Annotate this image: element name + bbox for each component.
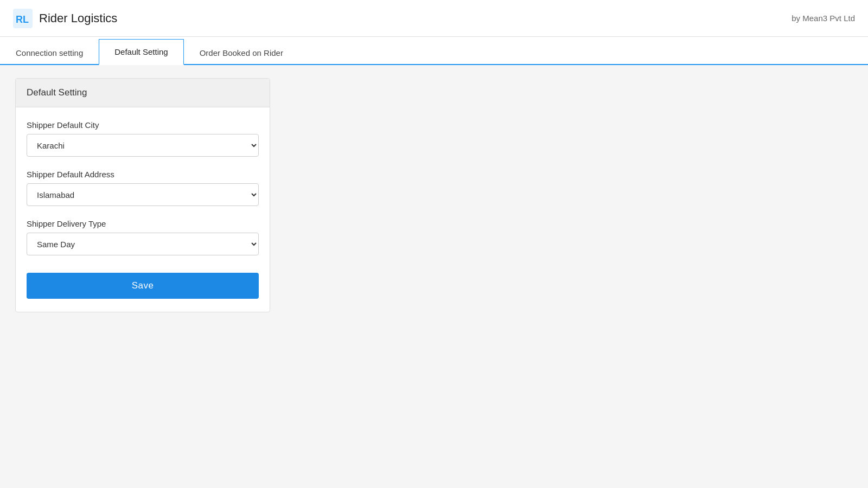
shipper-address-select[interactable]: Islamabad Karachi Lahore Rawalpindi Fais…: [27, 183, 259, 206]
tab-order-booked-on-rider[interactable]: Order Booked on Rider: [184, 40, 299, 65]
main-content: Default Setting Shipper Default City Kar…: [0, 65, 868, 488]
shipper-address-label: Shipper Default Address: [27, 170, 259, 179]
shipper-delivery-type-group: Shipper Delivery Type Same Day Next Day …: [27, 219, 259, 255]
card-header: Default Setting: [16, 79, 270, 107]
shipper-delivery-type-label: Shipper Delivery Type: [27, 219, 259, 228]
shipper-delivery-type-select[interactable]: Same Day Next Day Two Day Economy: [27, 233, 259, 255]
app-logo-icon: RL: [13, 9, 33, 28]
header-left: RL Rider Logistics: [13, 9, 117, 28]
tab-connection-setting[interactable]: Connection setting: [0, 40, 99, 65]
shipper-city-label: Shipper Default City: [27, 120, 259, 130]
shipper-address-group: Shipper Default Address Islamabad Karach…: [27, 170, 259, 206]
save-button[interactable]: Save: [27, 273, 259, 299]
tabs-bar: Connection setting Default Setting Order…: [0, 37, 868, 65]
svg-text:RL: RL: [16, 14, 29, 25]
shipper-city-group: Shipper Default City Karachi Lahore Isla…: [27, 120, 259, 157]
default-setting-card: Default Setting Shipper Default City Kar…: [15, 78, 270, 312]
app-header: RL Rider Logistics by Mean3 Pvt Ltd: [0, 0, 868, 37]
tab-default-setting[interactable]: Default Setting: [99, 39, 183, 65]
card-title: Default Setting: [27, 87, 87, 98]
app-title: Rider Logistics: [39, 11, 117, 25]
shipper-city-select[interactable]: Karachi Lahore Islamabad Peshawar Quetta: [27, 134, 259, 157]
card-body: Shipper Default City Karachi Lahore Isla…: [16, 107, 270, 312]
header-byline: by Mean3 Pvt Ltd: [792, 14, 855, 23]
